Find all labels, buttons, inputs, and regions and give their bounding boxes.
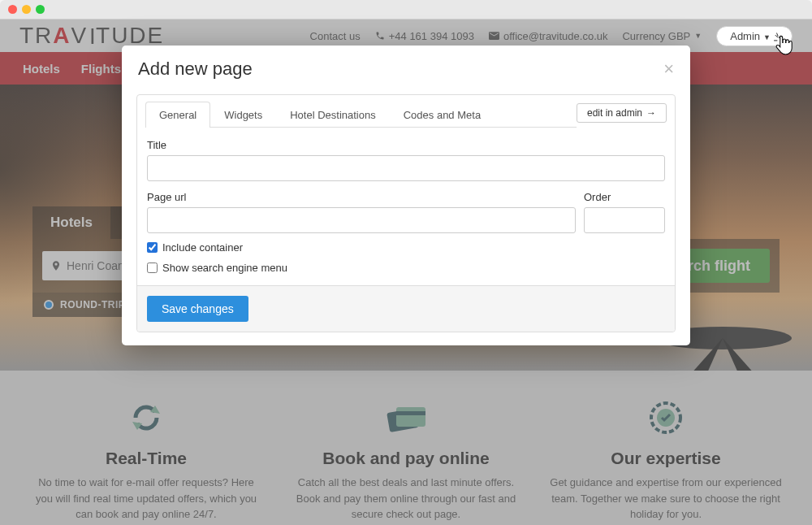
modal-tabs: General Widgets Hotel Destinations Codes… xyxy=(145,102,577,128)
browser-chrome xyxy=(0,0,812,20)
close-icon: × xyxy=(663,59,674,79)
window-close-icon[interactable] xyxy=(8,5,17,14)
window-minimize-icon[interactable] xyxy=(22,5,31,14)
modal-layer: Add new page × General Widgets Hotel Des… xyxy=(0,20,812,525)
title-label: Title xyxy=(147,139,665,151)
show-search-menu-label: Show search engine menu xyxy=(162,262,287,274)
tab-widgets[interactable]: Widgets xyxy=(210,102,276,128)
add-page-modal: Add new page × General Widgets Hotel Des… xyxy=(122,46,690,345)
page-url-input[interactable] xyxy=(147,207,576,233)
order-label: Order xyxy=(584,191,665,203)
modal-title: Add new page xyxy=(138,59,253,80)
tab-codes-meta[interactable]: Codes and Meta xyxy=(390,102,495,128)
tab-general[interactable]: General xyxy=(145,102,210,128)
page-url-label: Page url xyxy=(147,191,576,203)
tab-hotel-destinations[interactable]: Hotel Destinations xyxy=(276,102,390,128)
save-changes-button[interactable]: Save changes xyxy=(147,296,248,322)
include-container-checkbox[interactable] xyxy=(147,242,158,253)
title-input[interactable] xyxy=(147,155,665,181)
order-input[interactable] xyxy=(584,207,665,233)
show-search-menu-row[interactable]: Show search engine menu xyxy=(147,262,665,274)
pointer-cursor-icon xyxy=(770,31,797,59)
edit-in-admin-button[interactable]: edit in admin → xyxy=(577,103,667,123)
modal-close-button[interactable]: × xyxy=(663,59,674,80)
arrow-right-icon: → xyxy=(646,107,656,119)
include-container-row[interactable]: Include container xyxy=(147,241,665,254)
window-maximize-icon[interactable] xyxy=(36,5,45,14)
show-search-menu-checkbox[interactable] xyxy=(147,262,158,273)
include-container-label: Include container xyxy=(162,241,243,254)
